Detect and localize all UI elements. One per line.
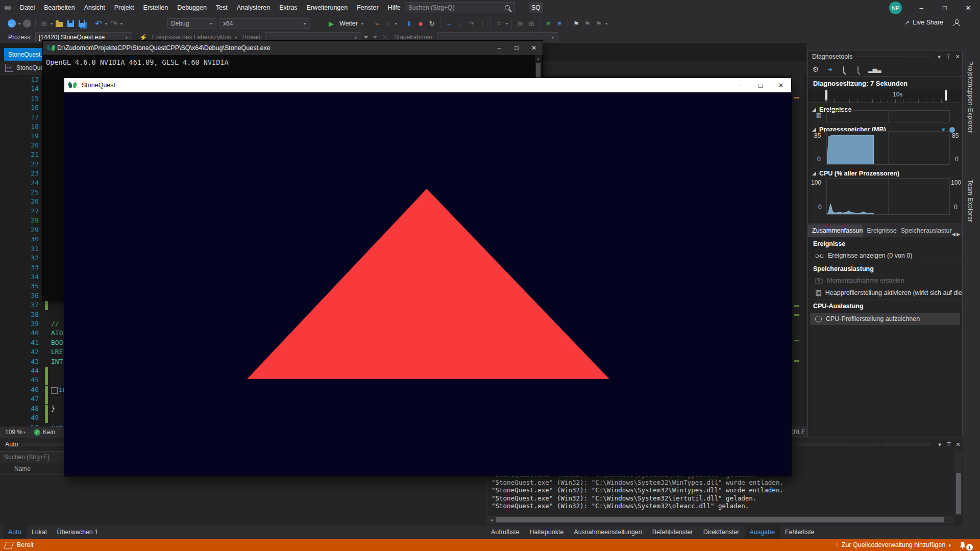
close-button[interactable]: ✕: [525, 41, 543, 55]
project-badge[interactable]: SQ: [529, 2, 543, 13]
tab-fehlerliste[interactable]: Fehlerliste: [780, 525, 820, 539]
add-to-source-control-button[interactable]: Zur Quellcodeverwaltung hinzufügen: [842, 541, 946, 548]
tab-team-explorer[interactable]: Team Explorer: [967, 180, 974, 222]
new-window-icon[interactable]: ⊞: [38, 18, 50, 29]
tab-überwachen-1[interactable]: Überwachen 1: [52, 525, 104, 539]
snapshot-link[interactable]: Momentaufnahme erstellen: [808, 274, 962, 287]
open-file-icon[interactable]: [54, 18, 65, 29]
indent-icon[interactable]: ≡: [543, 18, 554, 29]
save-icon[interactable]: [65, 18, 76, 29]
tab-ausgabe[interactable]: Ausgabe: [745, 525, 780, 539]
menu-bearbeiten[interactable]: Bearbeiten: [39, 0, 79, 15]
maximize-button[interactable]: □: [933, 0, 957, 15]
uncomment-icon[interactable]: ⊞: [526, 18, 537, 29]
diag-tab-3[interactable]: Speicherauslastung: [897, 224, 952, 237]
insights-dropdown[interactable]: ▾: [395, 21, 397, 26]
collaborators-icon[interactable]: [953, 19, 960, 26]
menu-fenster[interactable]: Fenster: [352, 0, 383, 15]
pin-icon[interactable]: ⊤: [944, 54, 953, 60]
zoom-level-select[interactable]: 109 %: [5, 429, 22, 436]
bookmark-dropdown[interactable]: ▾: [605, 21, 607, 26]
menu-debuggen[interactable]: Debuggen: [173, 0, 211, 15]
live-share-button[interactable]: ↗ Live Share: [904, 18, 960, 26]
save-all-icon[interactable]: [76, 18, 87, 29]
filter-down-icon[interactable]: [373, 36, 378, 39]
step-over-icon[interactable]: ↷: [465, 18, 477, 29]
redo-dropdown[interactable]: ▾: [120, 21, 122, 26]
tab-ausnahmeeinstellungen[interactable]: Ausnahmeeinstellungen: [569, 525, 647, 539]
fold-collapse-icon[interactable]: −: [51, 387, 58, 394]
redo-icon[interactable]: ↷: [108, 18, 119, 29]
tab-solution-explorer[interactable]: Projektmappen-Explorer: [967, 61, 974, 133]
tab-aufrufliste[interactable]: Aufrufliste: [486, 525, 525, 539]
step-out-icon[interactable]: ↑: [477, 18, 488, 29]
menu-analysieren[interactable]: Analysieren: [232, 0, 275, 15]
stop-debugging-icon[interactable]: ■: [415, 18, 426, 29]
heap-profiling-link[interactable]: Heapprofilerstellung aktivieren (wirkt s…: [808, 287, 962, 299]
console-title-bar[interactable]: D:\Zudomon\ProjekteCPP\StoneQuestCPP\SQ\…: [43, 41, 543, 55]
scroll-up-icon[interactable]: ▴: [535, 56, 542, 61]
lifecycle-events-label[interactable]: Ereignisse des Lebenszyklus: [152, 34, 231, 41]
close-button[interactable]: ✕: [957, 0, 980, 15]
next-bookmark-icon[interactable]: ⚑: [593, 18, 604, 29]
stonequest-title-bar[interactable]: StoneQuest – □ ✕: [64, 78, 791, 92]
maximize-button[interactable]: □: [508, 41, 525, 55]
maximize-button[interactable]: □: [750, 78, 771, 92]
menu-ansicht[interactable]: Ansicht: [80, 0, 110, 15]
editor-scrollbar[interactable]: [792, 74, 804, 427]
show-next-statement-icon[interactable]: →: [443, 18, 454, 29]
menu-projekt[interactable]: Projekt: [110, 0, 139, 15]
undo-dropdown[interactable]: ▾: [105, 21, 107, 26]
configuration-select[interactable]: Debug▾: [167, 18, 216, 29]
step-into-icon[interactable]: ↓: [454, 18, 465, 29]
tab-haltepunkte[interactable]: Haltepunkte: [525, 525, 569, 539]
zoom-in-icon[interactable]: [840, 66, 849, 72]
chart-icon[interactable]: ▂▅▃: [868, 66, 877, 73]
menu-datei[interactable]: Datei: [15, 0, 39, 15]
output-vscrollbar[interactable]: [955, 452, 962, 516]
line-ending-indicator[interactable]: CRLF: [789, 429, 805, 436]
panel-close-icon[interactable]: ✕: [953, 441, 963, 448]
navigate-forward-icon[interactable]: →: [21, 18, 33, 29]
navigate-back-dropdown[interactable]: ▾: [18, 21, 20, 26]
restart-icon[interactable]: ↻: [426, 18, 437, 29]
notifications-bell-icon[interactable]: [959, 541, 966, 549]
cpu-profiling-link[interactable]: CPU-Profilerstellung aufzeichnen: [810, 313, 960, 325]
scroll-left-icon[interactable]: ◂: [487, 517, 496, 522]
notification-count-badge[interactable]: 1: [966, 544, 973, 550]
panel-dropdown-icon[interactable]: ▾: [935, 441, 944, 448]
output-log[interactable]: "StoneQuest.exe" (Win32): "C:\Windows\Sy…: [492, 471, 783, 510]
timeline-ruler[interactable]: 10s: [808, 89, 962, 103]
comment-icon[interactable]: ⊞: [514, 18, 526, 29]
tab-scroll-arrows[interactable]: ◀ ▶: [952, 232, 962, 237]
pin-icon[interactable]: ⊤: [944, 441, 953, 448]
tab-lokal[interactable]: Lokal: [27, 525, 52, 539]
menu-test[interactable]: Test: [211, 0, 232, 15]
opengl-viewport[interactable]: [64, 92, 791, 476]
tab-direktfenster[interactable]: Direktfenster: [698, 525, 745, 539]
menu-hilfe[interactable]: Hilfe: [383, 0, 405, 15]
undo-icon[interactable]: ↶: [93, 18, 104, 29]
diag-tab-2[interactable]: Ereignisse: [863, 224, 896, 237]
tab-befehlsfenster[interactable]: Befehlsfenster: [647, 525, 698, 539]
close-button[interactable]: ✕: [771, 78, 791, 92]
show-events-link[interactable]: Ereignisse anzeigen (0 von 0): [808, 249, 962, 262]
navigate-back-icon[interactable]: ←: [6, 18, 17, 29]
continue-button[interactable]: ▶ Weiter ▾: [326, 18, 364, 29]
panel-dropdown-icon[interactable]: ▾: [935, 54, 944, 60]
settings-gear-icon[interactable]: ⚙: [811, 65, 820, 73]
bookmark-icon[interactable]: ⚑: [571, 18, 582, 29]
cpu-section-header[interactable]: CPU (% aller Prozessoren): [808, 167, 903, 178]
code-health-icon[interactable]: ✓: [34, 429, 40, 436]
application-insights-icon[interactable]: ⌂: [383, 18, 394, 29]
zoom-out-icon[interactable]: [854, 66, 863, 72]
minimize-button[interactable]: –: [910, 0, 933, 15]
menu-erweiterungen[interactable]: Erweiterungen: [302, 0, 353, 15]
export-icon[interactable]: ➔: [825, 66, 835, 73]
prev-bookmark-icon[interactable]: ⚑: [582, 18, 593, 29]
quick-search-input[interactable]: Suchen (Strg+Q): [405, 2, 515, 13]
platform-select[interactable]: x64▾: [219, 18, 310, 29]
panel-close-icon[interactable]: ✕: [953, 54, 962, 60]
menu-erstellen[interactable]: Erstellen: [139, 0, 173, 15]
syntax-dropdown[interactable]: ▾: [506, 21, 508, 26]
